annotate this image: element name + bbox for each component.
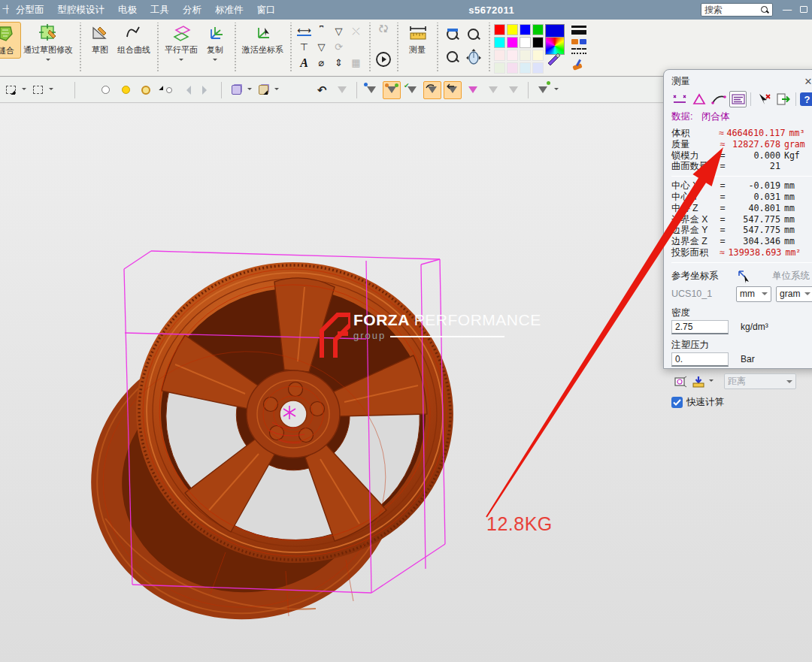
pan-mouse-icon[interactable] [465, 49, 482, 65]
filter-axes-icon[interactable] [362, 81, 380, 99]
color-swatch-blue[interactable] [520, 24, 531, 35]
cursor-bulb-icon[interactable] [157, 81, 175, 99]
measure-button[interactable]: 测量 [402, 22, 432, 57]
datum-target-icon[interactable]: ▽ [335, 26, 343, 37]
select-rect-cursor-icon[interactable] [2, 81, 20, 99]
minimize-button[interactable]: — [779, 5, 795, 15]
bulb-off-icon[interactable] [96, 81, 114, 99]
filter-shapes-icon[interactable] [383, 81, 401, 99]
measure-distance-icon[interactable] [671, 91, 689, 107]
import-result-button[interactable] [689, 373, 707, 390]
measure-mode-select[interactable]: 距离 [724, 373, 796, 389]
filter-cloud-icon[interactable] [333, 81, 351, 99]
dropdown-caret[interactable] [274, 88, 279, 92]
dropdown-caret[interactable] [22, 88, 26, 92]
color-swatch-cyan[interactable] [494, 37, 505, 48]
filter-disabled-b-icon[interactable] [504, 81, 523, 99]
bulb-on-icon[interactable] [117, 81, 135, 99]
quick-calc-checkbox[interactable] [671, 397, 683, 408]
format-brush-icon[interactable] [571, 59, 583, 71]
zoom-window-icon[interactable] [446, 28, 459, 41]
menu-item-tools[interactable]: 工具 [144, 4, 176, 17]
ordinate-dimension-icon[interactable]: ⇕ [335, 57, 343, 68]
pressure-input[interactable]: 0. [671, 352, 729, 367]
view-cube-icon[interactable] [227, 81, 245, 99]
dropdown-caret[interactable] [179, 59, 183, 63]
color-swatch-pale-7[interactable] [520, 62, 531, 74]
line-width-icon[interactable] [571, 26, 586, 35]
activate-csys-button[interactable]: 激活坐标系 [240, 22, 286, 57]
info-list-icon[interactable] [729, 91, 747, 107]
filter-arrow-icon[interactable] [444, 81, 462, 99]
menu-item-electrode[interactable]: 电极 [111, 4, 144, 17]
zoom-layers-icon[interactable] [446, 50, 459, 64]
csys-pick-icon[interactable] [736, 269, 753, 284]
menu-item-standard-parts[interactable]: 标准件 [208, 4, 250, 17]
linear-dimension-icon[interactable]: ⟷ [297, 26, 311, 36]
text-tool-icon[interactable]: A [300, 56, 308, 70]
menu-item-clipped[interactable]: 十 [0, 4, 9, 17]
highlight-circles-icon[interactable] [137, 81, 155, 99]
color-swatch-pale-3[interactable] [520, 50, 531, 61]
color-swatch-pale-4[interactable] [532, 50, 544, 61]
filter-pink-icon[interactable] [464, 81, 482, 99]
color-swatch-pale-5[interactable] [494, 62, 505, 74]
sew-button[interactable]: 缝合 [0, 22, 21, 59]
parallel-plane-button[interactable]: 平行平面 [162, 22, 200, 65]
color-swatch-black[interactable] [532, 37, 544, 48]
color-swatch-pale-8[interactable] [532, 62, 544, 74]
menu-item-window[interactable]: 窗口 [250, 4, 283, 17]
color-pen-icon[interactable] [545, 50, 562, 66]
deselect-icon[interactable] [755, 91, 772, 107]
color-swatch-pale-2[interactable] [507, 50, 518, 61]
measure-dialog[interactable]: 测量 ✕ ? 数据: 闭合体 体积≈4664610.117mm³ 质量≈1282… [663, 69, 812, 369]
restore-button[interactable] [795, 5, 812, 15]
update-annotation-icon[interactable]: ⟳ [335, 41, 343, 53]
edit-by-sketch-button[interactable]: 通过草图修改 [21, 22, 75, 65]
color-swatch-pale-1[interactable] [494, 50, 505, 61]
frame-dimension-icon[interactable]: ⎴ [320, 26, 323, 38]
zoom-crosshair-icon[interactable] [467, 28, 480, 41]
surface-finish-icon[interactable]: ▽ [318, 41, 326, 53]
length-unit-select[interactable]: mm [736, 286, 771, 302]
radial-dimension-icon[interactable]: ⌀ [319, 57, 325, 68]
color-swatch-magenta[interactable] [507, 37, 518, 48]
nav-forward-icon[interactable] [198, 81, 216, 99]
measure-angle-icon[interactable] [691, 91, 708, 107]
filter-disabled-a-icon[interactable] [484, 81, 502, 99]
sync-icon[interactable]: 🗘 [379, 23, 389, 35]
view-cube-cursor-icon[interactable] [254, 81, 272, 99]
history-playback-icon[interactable] [374, 50, 392, 68]
filter-star-icon[interactable] [534, 81, 552, 99]
leader-icon[interactable]: ⊤ [300, 41, 308, 53]
filter-check-icon[interactable]: ✔ [403, 81, 421, 99]
dropdown-caret[interactable] [709, 379, 714, 384]
undo-curve-icon[interactable]: ↷ [313, 81, 331, 99]
export-icon[interactable] [774, 91, 792, 107]
color-swatch-red[interactable] [494, 24, 505, 35]
mass-unit-select[interactable]: gram [776, 286, 812, 302]
help-icon[interactable]: ? [800, 92, 812, 106]
line-style-icon[interactable] [571, 48, 586, 54]
line-color-chips-icon[interactable] [571, 39, 586, 44]
copy-button[interactable]: 复制 [200, 22, 230, 65]
menu-item-cavity-design[interactable]: 型腔模设计 [51, 4, 112, 17]
box-display-button[interactable] [671, 373, 689, 390]
composite-curve-button[interactable]: 组合曲线 [115, 22, 153, 57]
menu-item-analysis[interactable]: 分析 [176, 4, 208, 17]
select-rect-icon[interactable] [29, 81, 47, 99]
measure-arc-icon[interactable] [710, 91, 728, 107]
dropdown-caret[interactable] [213, 59, 217, 63]
close-icon[interactable]: ✕ [802, 76, 812, 87]
dropdown-caret[interactable] [554, 88, 559, 92]
color-swatch-yellow[interactable] [507, 24, 518, 35]
color-swatch-white[interactable] [520, 37, 531, 48]
dropdown-caret[interactable] [247, 88, 252, 92]
menu-item-parting-surface[interactable]: 分型面 [9, 4, 51, 17]
dropdown-caret[interactable] [49, 88, 53, 92]
color-swatch-pale-6[interactable] [507, 62, 518, 74]
table-icon[interactable]: ▦ [351, 57, 360, 68]
color-swatch-green[interactable] [532, 24, 544, 35]
filter-curve-icon[interactable] [423, 81, 441, 99]
density-input[interactable]: 2.75 [671, 320, 729, 334]
